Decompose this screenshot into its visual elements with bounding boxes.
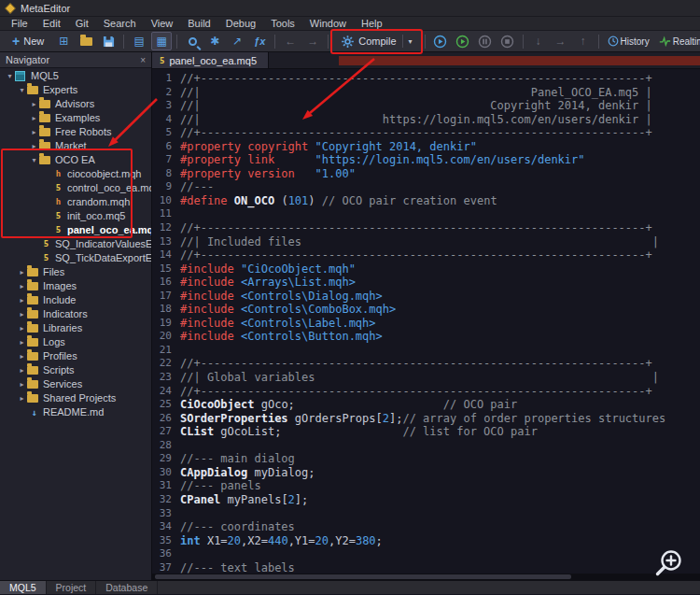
- horizontal-scrollbar[interactable]: [152, 574, 700, 580]
- new-button[interactable]: + New: [5, 32, 51, 50]
- code-editor[interactable]: 1//+------------------------------------…: [152, 69, 700, 574]
- code-line-20[interactable]: 20#include <Controls\Button.mqh>: [154, 330, 700, 344]
- menu-help[interactable]: Help: [354, 17, 390, 31]
- pause-button[interactable]: [475, 32, 496, 50]
- code-line-6[interactable]: 6#property copyright "Copyright 2014, de…: [154, 140, 700, 154]
- status-tab-database[interactable]: Database: [96, 581, 158, 594]
- tree-item-init-oco-mq5[interactable]: 5init_oco.mq5: [0, 209, 151, 223]
- collapse-icon[interactable]: ▾: [29, 153, 39, 167]
- expand-icon[interactable]: ▸: [29, 97, 39, 111]
- editor-tab-panel-oco-ea[interactable]: 5 panel_oco_ea.mq5: [152, 52, 269, 68]
- tree-item-indicators[interactable]: ▸Indicators: [0, 307, 151, 321]
- compile-button[interactable]: Compile ▾: [333, 32, 419, 50]
- code-line-3[interactable]: 3//| Copyright 2014, denkir |: [154, 99, 700, 113]
- code-line-26[interactable]: 26SOrderProperties gOrdersProps[2];// ar…: [154, 412, 700, 426]
- code-line-14[interactable]: 14//+-----------------------------------…: [154, 248, 700, 262]
- code-line-31[interactable]: 31//--- panels: [154, 479, 700, 493]
- code-line-13[interactable]: 13//| Included files |: [154, 235, 700, 249]
- code-line-2[interactable]: 2//| Panel_OCO_EA.mq5 |: [154, 86, 700, 100]
- realtime-button[interactable]: Realtime: [655, 32, 700, 50]
- code-line-7[interactable]: 7#property link "https://login.mql5.com/…: [154, 153, 700, 167]
- tree-item-panel-oco-ea-mq5[interactable]: 5panel_oco_ea.mq5: [0, 223, 151, 237]
- expand-icon[interactable]: ▸: [29, 125, 39, 139]
- menu-view[interactable]: View: [144, 17, 181, 31]
- code-line-34[interactable]: 34//--- coordinates: [154, 520, 700, 534]
- code-line-23[interactable]: 23//| Global variables |: [154, 371, 700, 385]
- tree-item-crandom-mqh[interactable]: hcrandom.mqh: [0, 195, 151, 209]
- step-out-button[interactable]: ↑: [573, 32, 594, 50]
- code-line-16[interactable]: 16#include <Arrays\List.mqh>: [154, 276, 700, 290]
- status-tab-mql5[interactable]: MQL5: [0, 581, 47, 594]
- menu-debug[interactable]: Debug: [218, 17, 263, 31]
- expand-icon[interactable]: ▸: [17, 363, 27, 377]
- code-line-25[interactable]: 25CiOcoObject gOco; // OCO pair: [154, 398, 700, 412]
- menu-git[interactable]: Git: [68, 17, 96, 31]
- tree-item-sq-indicatorvaluesexportea[interactable]: 5SQ_IndicatorValuesExportEA: [0, 237, 151, 251]
- collapse-icon[interactable]: ▾: [17, 83, 27, 97]
- code-line-11[interactable]: 11: [154, 207, 700, 221]
- menu-edit[interactable]: Edit: [35, 17, 68, 31]
- tree-item-examples[interactable]: ▸Examples: [0, 111, 151, 125]
- expand-icon[interactable]: ▸: [17, 349, 27, 363]
- tree-item-control-oco-ea-mq5[interactable]: 5control_oco_ea.mq5: [0, 181, 151, 195]
- menu-tools[interactable]: Tools: [263, 17, 302, 31]
- tree-item-include[interactable]: ▸Include: [0, 293, 151, 307]
- tree-item-files[interactable]: ▸Files: [0, 265, 151, 279]
- tree-item-experts[interactable]: ▾Experts: [0, 83, 151, 97]
- forward-button[interactable]: →: [302, 32, 323, 50]
- expand-icon[interactable]: ▸: [17, 293, 27, 307]
- code-line-30[interactable]: 30CAppDialog myDialog;: [154, 466, 700, 480]
- expand-icon[interactable]: ▸: [17, 335, 27, 349]
- collapse-icon[interactable]: ▾: [5, 69, 15, 83]
- code-line-15[interactable]: 15#include "CiOcoObject.mqh": [154, 262, 700, 276]
- expand-icon[interactable]: ▸: [17, 279, 27, 293]
- back-button[interactable]: ←: [280, 32, 301, 50]
- debug-start-button[interactable]: [430, 32, 451, 50]
- code-line-36[interactable]: 36: [154, 547, 700, 561]
- menu-window[interactable]: Window: [302, 17, 354, 31]
- code-line-28[interactable]: 28: [154, 439, 700, 453]
- tree-item-oco-ea[interactable]: ▾OCO EA: [0, 153, 151, 167]
- close-icon[interactable]: ×: [140, 55, 146, 65]
- menu-file[interactable]: File: [4, 17, 35, 31]
- code-line-12[interactable]: 12//+-----------------------------------…: [154, 221, 700, 235]
- tree-item-free-robots[interactable]: ▸Free Robots: [0, 125, 151, 139]
- expand-icon[interactable]: ▸: [17, 391, 27, 405]
- code-line-35[interactable]: 35int X1=20,X2=440,Y1=20,Y2=380;: [154, 534, 700, 548]
- code-line-10[interactable]: 10#define ON_OCO (101) // OCO pair creat…: [154, 194, 700, 208]
- status-tab-project[interactable]: Project: [47, 581, 97, 594]
- code-line-37[interactable]: 37//--- text labels: [154, 561, 700, 574]
- step-into-button[interactable]: ↓: [528, 32, 549, 50]
- code-line-5[interactable]: 5//+------------------------------------…: [154, 126, 700, 140]
- expand-icon[interactable]: ▸: [17, 321, 27, 335]
- code-line-18[interactable]: 18#include <Controls\ComboBox.mqh>: [154, 303, 700, 317]
- step-over-button[interactable]: →: [551, 32, 571, 50]
- tree-item-advisors[interactable]: ▸Advisors: [0, 97, 151, 111]
- stop-button[interactable]: [497, 32, 518, 50]
- tree-item-shared-projects[interactable]: ▸Shared Projects: [0, 391, 151, 405]
- goto-button[interactable]: ↗: [227, 32, 247, 50]
- debug-history-button[interactable]: [453, 32, 473, 50]
- code-line-22[interactable]: 22//+-----------------------------------…: [154, 357, 700, 371]
- code-line-32[interactable]: 32CPanel myPanels[2];: [154, 493, 700, 507]
- code-line-8[interactable]: 8#property version "1.00": [154, 167, 700, 181]
- new-project-button[interactable]: ⊞: [53, 32, 74, 50]
- expand-icon[interactable]: ▸: [17, 265, 27, 279]
- menu-build[interactable]: Build: [180, 17, 217, 31]
- tree-item-sq-tickdataexportea-mq5[interactable]: 5SQ_TickDataExportEA.mq5: [0, 251, 151, 265]
- code-line-29[interactable]: 29//--- main dialog: [154, 452, 700, 466]
- tree-item-readme-md[interactable]: ↓README.md: [0, 405, 151, 419]
- search-button[interactable]: [182, 32, 203, 50]
- tree-item-mql5[interactable]: ▾MQL5: [0, 69, 151, 83]
- styler-button[interactable]: ✱: [204, 32, 225, 50]
- tree-item-market[interactable]: ▸Market: [0, 139, 151, 153]
- tree-item-scripts[interactable]: ▸Scripts: [0, 363, 151, 377]
- toggle-toolbox-button[interactable]: ▦: [151, 32, 172, 50]
- code-line-9[interactable]: 9//---: [154, 180, 700, 194]
- insert-function-button[interactable]: ƒx: [249, 32, 270, 50]
- expand-icon[interactable]: ▸: [29, 139, 39, 153]
- tree-item-libraries[interactable]: ▸Libraries: [0, 321, 151, 335]
- code-line-27[interactable]: 27CList gOcoList; // list for OCO pair: [154, 425, 700, 439]
- toggle-navigator-button[interactable]: ▤: [129, 32, 149, 50]
- tree-item-ciocoobject-mqh[interactable]: hciocoobject.mqh: [0, 167, 151, 181]
